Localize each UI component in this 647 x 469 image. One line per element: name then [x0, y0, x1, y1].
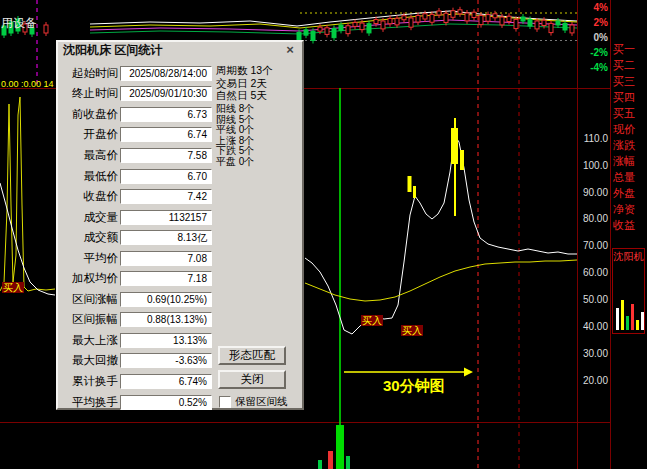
interval-stats-dialog: 沈阳机床 区间统计 × 起始时间2025/08/28/14:00 终止时间202…	[56, 40, 304, 410]
sector-label: 用设备	[1, 15, 37, 32]
stat-row: 平均价7.08	[60, 248, 212, 269]
stat-label: 起始时间	[60, 66, 118, 81]
stat-row: 最高价7.58	[60, 145, 212, 166]
stat-value-field: 6.70	[120, 169, 212, 184]
candle-stats-line: 平盘 0个	[216, 157, 254, 168]
price-axis-label: 60.00	[578, 267, 608, 278]
app-window: 用设备 0.00 :0.00 14 4% 2% 0% -2% -4% 110.0…	[0, 0, 647, 469]
stat-label: 平均价	[60, 251, 118, 266]
stat-row: 成交额8.13亿	[60, 227, 212, 248]
stat-row: 累计换手6.74%	[60, 371, 212, 392]
quote-panel-item: 总量	[613, 170, 646, 185]
keep-interval-lines-checkbox[interactable]: 保留区间线	[219, 395, 288, 409]
stat-value-field: 2025/08/28/14:00	[120, 66, 212, 81]
percent-axis-label: -4%	[578, 62, 608, 73]
buy-signal-label: 买入	[401, 325, 423, 336]
stat-row: 区间涨幅0.69(10.25%)	[60, 289, 212, 310]
stat-value-field: 7.08	[120, 251, 212, 266]
stat-value-field: 6.73	[120, 107, 212, 122]
stat-row: 区间振幅0.88(13.13%)	[60, 310, 212, 331]
stat-value-field: 1132157	[120, 210, 212, 225]
stat-label: 开盘价	[60, 127, 118, 142]
buy-signal-label: 买入	[361, 315, 383, 326]
stat-row: 开盘价6.74	[60, 125, 212, 146]
stat-label: 区间涨幅	[60, 292, 118, 307]
quote-panel-item: 买一	[613, 42, 646, 57]
dialog-title-bar[interactable]: 沈阳机床 区间统计 ×	[58, 42, 302, 59]
stat-label: 收盘价	[60, 189, 118, 204]
buy-signal-label: 买入	[2, 282, 24, 293]
price-axis-label: 110.0	[578, 133, 608, 144]
quote-panel-item: 买四	[613, 90, 646, 105]
stat-value-field: 0.52%	[120, 395, 212, 410]
mini-quote-bars	[616, 300, 644, 330]
stat-row: 成交量1132157	[60, 207, 212, 228]
stat-label: 累计换手	[60, 374, 118, 389]
stat-label: 成交量	[60, 210, 118, 225]
signal-bars	[408, 118, 465, 216]
avg-price-line	[305, 260, 577, 301]
mini-quote-stock-name: 沈阳机	[613, 249, 644, 262]
stat-row: 最低价6.70	[60, 166, 212, 187]
percent-axis-label: 0%	[578, 32, 608, 43]
highlight-arrow	[344, 368, 473, 377]
quote-panel-item: 买三	[613, 74, 646, 89]
stat-label: 最低价	[60, 169, 118, 184]
stat-label: 最高价	[60, 148, 118, 163]
percent-axis-label: 2%	[578, 17, 608, 28]
price-axis-label: 20.00	[578, 375, 608, 386]
period-info: 周期数 13个 交易日 2天 自然日 5天	[216, 64, 273, 102]
dialog-close-button[interactable]: ×	[283, 43, 297, 57]
dialog-title: 沈阳机床 区间统计	[63, 43, 162, 57]
stat-row: 平均换手0.52%	[60, 392, 212, 413]
quote-panel-item: 买二	[613, 58, 646, 73]
stat-label: 平均换手	[60, 395, 118, 410]
stat-label: 成交额	[60, 230, 118, 245]
price-axis-label: 40.00	[578, 321, 608, 332]
candle-stats-line: 阳线 8个	[216, 104, 254, 115]
stat-label: 区间振幅	[60, 312, 118, 327]
stat-value-field: 7.58	[120, 148, 212, 163]
stat-value-field: 13.13%	[120, 333, 212, 348]
quote-panel-item: 买五	[613, 106, 646, 121]
stat-value-field: 0.69(10.25%)	[120, 292, 212, 307]
stat-row: 加权均价7.18	[60, 268, 212, 289]
price-axis-label: 30.00	[578, 348, 608, 359]
pattern-match-button[interactable]: 形态匹配	[218, 346, 286, 365]
price-line	[305, 136, 577, 334]
stat-row: 最大上涨13.13%	[60, 330, 212, 351]
stat-row: 终止时间2025/09/01/10:30	[60, 84, 212, 105]
quote-panel-item: 净资	[613, 202, 646, 217]
period-info-line: 交易日 2天	[216, 77, 273, 90]
checkbox-icon[interactable]	[219, 396, 231, 408]
stat-value-field: -3.63%	[120, 353, 212, 368]
checkbox-label: 保留区间线	[235, 395, 288, 409]
volume-bars	[318, 425, 350, 469]
left-line-fragments	[0, 97, 55, 295]
stat-value-field: 2025/09/01/10:30	[120, 86, 212, 101]
stat-label: 最大回撤	[60, 353, 118, 368]
quote-panel-item: 外盘	[613, 186, 646, 201]
stats-rows: 起始时间2025/08/28/14:00 终止时间2025/09/01/10:3…	[60, 63, 212, 412]
stat-row: 前收盘价6.73	[60, 104, 212, 125]
percent-axis-label: 4%	[578, 2, 608, 13]
stat-row: 收盘价7.42	[60, 186, 212, 207]
stat-label: 终止时间	[60, 86, 118, 101]
close-button[interactable]: 关闭	[218, 370, 286, 389]
stat-value-field: 0.88(13.13%)	[120, 312, 212, 327]
stat-label: 前收盘价	[60, 107, 118, 122]
quote-panel-item: 涨跌	[613, 138, 646, 153]
stat-row: 最大回撤-3.63%	[60, 351, 212, 372]
quote-panel-item: 涨幅	[613, 154, 646, 169]
stat-value-field: 6.74%	[120, 374, 212, 389]
price-axis-label: 100.0	[578, 160, 608, 171]
price-axis-label: 90.00	[578, 187, 608, 198]
mini-quote-widget: 沈阳机	[612, 248, 645, 334]
period-info-line: 自然日 5天	[216, 89, 273, 102]
percent-axis-label: -2%	[578, 47, 608, 58]
price-axis-label: 80.00	[578, 213, 608, 224]
stat-value-field: 6.74	[120, 127, 212, 142]
stat-row: 起始时间2025/08/28/14:00	[60, 63, 212, 84]
period-info-line: 周期数 13个	[216, 64, 273, 77]
stat-value-field: 7.18	[120, 271, 212, 286]
